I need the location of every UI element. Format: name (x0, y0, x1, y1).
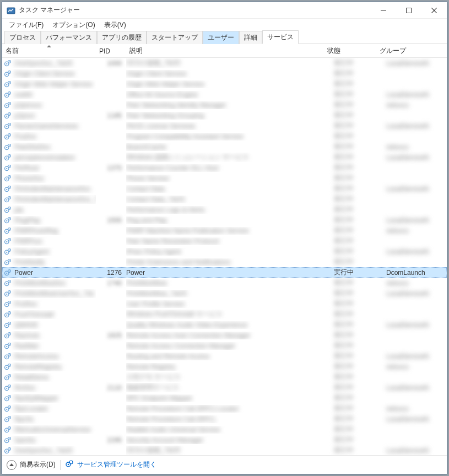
svg-point-116 (9, 344, 10, 345)
svg-point-12 (9, 72, 10, 73)
fewer-details-button[interactable]: 簡易表示(D) (7, 460, 56, 470)
table-row[interactable]: PimIndexMaintenanceSvcContact Data実行中Loc… (2, 183, 447, 194)
svg-point-120 (9, 354, 10, 355)
table-row[interactable]: RetailDemo小売デモ サービス実行中 (2, 372, 447, 382)
table-row[interactable]: RemoteAccessRouting and Remote Access実行中… (2, 351, 447, 361)
cell-desc: Power (126, 269, 334, 277)
table-row[interactable]: p2pimsvcPeer Networking Identity Manager… (2, 100, 447, 110)
table-row-selected[interactable]: Power1276Power実行中DcomLaunch (2, 267, 447, 278)
tab-5[interactable]: 詳細 (239, 31, 262, 44)
svg-point-132 (9, 386, 10, 387)
service-gear-icon (3, 363, 12, 371)
cell-group: DcomLaunch (386, 269, 447, 277)
table-row[interactable]: p2psvc1185Peer Networking Grouping実行中 (2, 110, 447, 121)
service-list[interactable]: OneSyncSvc_7dcf31000OCS小規模_7dcf3実行中Local… (2, 58, 447, 455)
service-gear-icon (3, 446, 12, 455)
table-row[interactable]: RpcSsRemote Procedure Call (RPC)実行中Local… (2, 414, 447, 424)
table-row[interactable]: Origin Client ServiceOrigin Client Servi… (2, 68, 447, 79)
tab-6[interactable]: サービス (262, 30, 299, 44)
column-header-pid[interactable]: PID (96, 45, 126, 57)
svg-point-78 (6, 251, 7, 252)
menu-file[interactable]: ファイル(F) (4, 19, 48, 31)
svg-point-130 (6, 387, 7, 388)
svg-point-40 (9, 145, 10, 146)
tab-1[interactable]: パフォーマンス (41, 31, 97, 44)
service-gear-icon (3, 404, 12, 413)
open-services-link[interactable]: サービス管理ツールを開く (65, 459, 156, 470)
service-gear-icon (3, 143, 12, 152)
table-row[interactable]: RpcLocatorRemote Procedure Call (RPC) Lo… (2, 403, 447, 414)
table-row[interactable]: RasManRemote Access Connection Manager実行… (2, 340, 447, 351)
service-gear-icon (3, 164, 12, 172)
table-row[interactable]: PrintWorkflowUserSvc_7dcPrintWorkflow_7d… (2, 288, 447, 299)
svg-point-16 (9, 82, 10, 83)
table-row[interactable]: SamSs2295Security Account Manager実行中 (2, 435, 447, 445)
table-row[interactable]: perceptionsimulationWindows 認識シミュレーション サ… (2, 152, 447, 163)
table-row[interactable]: PNRPsvcPeer Name Resolution Protocol実行中 (2, 236, 447, 246)
column-header-group[interactable]: グループ (376, 45, 437, 57)
svg-point-126 (6, 377, 7, 378)
svg-point-34 (6, 136, 7, 137)
service-gear-icon (3, 383, 12, 392)
svg-point-54 (6, 188, 7, 190)
service-gear-icon (3, 268, 12, 277)
table-row[interactable]: OneSyncSvc_7dcf3OCS小規模_7dcf3実行中LocalServ… (2, 445, 447, 455)
service-gear-icon (3, 247, 12, 256)
tab-0[interactable]: プロセス (4, 31, 41, 44)
service-gear-icon (3, 415, 12, 424)
table-row[interactable]: QWAVEQuality Windows Audio Video Experie… (2, 320, 447, 330)
table-row[interactable]: PeerDistSvcBranchCache実行中netsvcs (2, 142, 447, 152)
minimize-button[interactable] (371, 2, 396, 19)
svg-point-28 (9, 113, 10, 115)
table-row[interactable]: RmSvc2110無線管理サービス実行中LocalServiceN (2, 382, 447, 393)
svg-point-146 (6, 429, 7, 430)
column-header-name-label: 名前 (6, 46, 19, 56)
table-row[interactable]: ose64Office 64 Source Engine実行中LocalServ… (2, 89, 447, 100)
table-row[interactable]: Origin Web Helper ServiceOrigin Web Help… (2, 79, 447, 89)
svg-point-42 (6, 157, 7, 158)
table-row[interactable]: ParsecGameServicesPACE License Services実… (2, 121, 447, 131)
service-gear-icon (3, 132, 12, 141)
close-button[interactable] (421, 2, 447, 19)
table-row[interactable]: ProfSvcUser Profile Service実行中 (2, 299, 447, 309)
table-row[interactable]: RemoteRegistryRemote Registry実行中netsvcs (2, 361, 447, 372)
table-row[interactable]: PcaSvcProgram Compatibility Assistant Se… (2, 131, 447, 142)
svg-point-110 (6, 335, 7, 336)
table-row[interactable]: plaPerformance Logs & Alerts実行中 (2, 204, 447, 215)
svg-point-14 (6, 84, 7, 85)
services-content: 名前 PID 説明 状態 グループ OneSyncSvc_7dcf31000OC… (2, 44, 447, 455)
table-row[interactable]: PushToInstallWindows PushToInstall サービス実… (2, 309, 447, 320)
table-row[interactable]: RpcEptMapperRPC Endpoint Mapper実行中 (2, 393, 447, 403)
open-services-label: サービス管理ツールを開く (77, 460, 156, 469)
table-row[interactable]: PimIndexMaintenanceSvc_7Contact Data_7dc… (2, 194, 447, 204)
maximize-button[interactable] (396, 2, 421, 19)
table-row[interactable]: PlugPlay1555Plug and Play実行中LocalService… (2, 215, 447, 225)
service-gear-icon (3, 226, 12, 235)
tab-2[interactable]: アプリの履歴 (97, 31, 147, 44)
svg-point-124 (9, 365, 10, 366)
column-header-desc[interactable]: 説明 (126, 45, 324, 57)
table-row[interactable]: Perfhost1370Performance Counter DLL Host… (2, 163, 447, 173)
tab-4[interactable]: ユーザー (203, 31, 239, 44)
table-row[interactable]: OneSyncSvc_7dcf31000OCS小規模_7dcf3実行中Local… (2, 58, 447, 68)
menu-view[interactable]: 表示(V) (100, 19, 131, 31)
table-row[interactable]: PolicyAgentIPsec Policy Agent実行中LocalSer… (2, 246, 447, 257)
table-row[interactable]: PNRPAutoRegPNRP Machine Name Publication… (2, 225, 447, 236)
table-row[interactable]: RasAuto1925Remote Access Auto Connection… (2, 330, 447, 340)
service-gear-icon (3, 352, 12, 361)
column-header-status[interactable]: 状態 (324, 45, 376, 57)
cell-name: Power (14, 269, 33, 277)
services-gear-icon (65, 459, 74, 470)
table-row[interactable]: PrintNotifyPrinter Extensions and Notifi… (2, 257, 447, 267)
svg-point-36 (9, 134, 10, 136)
table-row[interactable]: RtkAudioUniversalServiceRealtek Audio Un… (2, 424, 447, 435)
svg-point-76 (9, 239, 10, 240)
svg-point-56 (9, 187, 10, 188)
svg-point-58 (6, 199, 7, 200)
menu-options[interactable]: オプション(O) (48, 19, 99, 31)
table-row[interactable]: PrintWorkflowSvc1740PrintWorkflow実行中nets… (2, 278, 447, 288)
tab-3[interactable]: スタートアップ (147, 31, 203, 44)
svg-point-30 (6, 126, 7, 127)
column-header-name[interactable]: 名前 (2, 45, 96, 57)
table-row[interactable]: PhoneSvcPhone Service実行中 (2, 173, 447, 183)
